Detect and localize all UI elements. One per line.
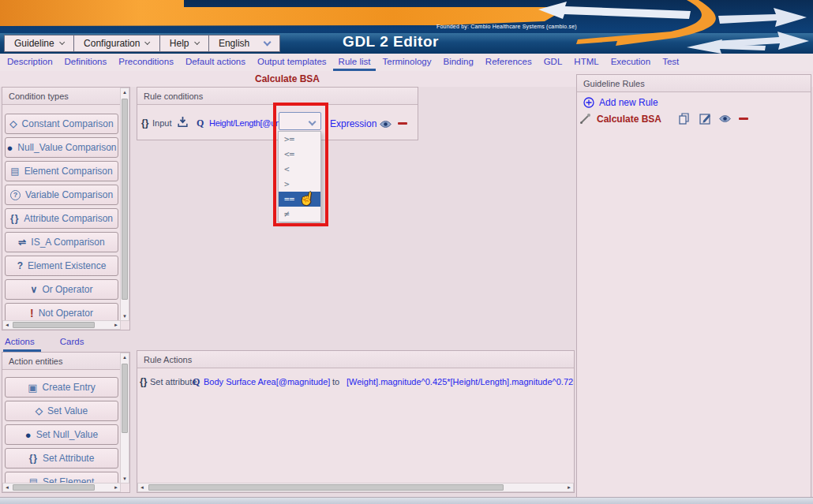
minus-icon — [739, 118, 748, 120]
or-operator-button[interactable]: Or Operator — [5, 279, 118, 300]
rule-name[interactable]: Calculate BSA — [597, 114, 661, 125]
tab-gdl[interactable]: GDL — [538, 54, 568, 69]
isa-comparison-button[interactable]: IS_A Comparison — [5, 232, 118, 252]
chevron-down-icon — [144, 39, 151, 46]
import-download-icon[interactable] — [177, 116, 189, 128]
braces-icon — [29, 454, 38, 463]
scroll-down-arrow[interactable]: ▼ — [121, 312, 129, 320]
guideline-rules-panel: Guideline Rules Add new Rule Calculate B… — [576, 74, 811, 498]
tab-actions[interactable]: Actions — [3, 335, 41, 352]
chevron-down-icon — [263, 38, 271, 46]
expression-link[interactable]: Expression — [330, 118, 377, 129]
scroll-left-arrow[interactable]: ◄ — [138, 483, 146, 491]
scroll-down-arrow[interactable]: ▼ — [121, 475, 129, 483]
lookup-icon[interactable]: Q — [197, 118, 204, 129]
braces-icon: {} — [140, 376, 147, 387]
scroll-thumb[interactable] — [122, 99, 128, 300]
scroll-thumb[interactable] — [13, 484, 95, 491]
action-attribute-link[interactable]: Body Surface Area[@magnitude] — [204, 377, 330, 386]
vertical-scrollbar[interactable]: ▲ ▼ — [120, 353, 129, 483]
scroll-right-arrow[interactable]: ► — [565, 483, 573, 491]
document-icon — [10, 166, 19, 176]
lookup-icon[interactable]: Q — [193, 376, 200, 388]
chevron-down-icon — [193, 39, 200, 46]
tab-output-templates[interactable]: Output templates — [252, 54, 332, 69]
action-expression-link[interactable]: [Weight].magnitude^0.425*[Height/Length]… — [347, 377, 575, 386]
circle-icon — [25, 430, 32, 440]
diamond-icon — [9, 119, 17, 129]
tab-default-actions[interactable]: Default actions — [180, 54, 251, 69]
tab-terminology[interactable]: Terminology — [377, 54, 436, 69]
edit-rule-button[interactable] — [699, 113, 711, 125]
set-null-value-button[interactable]: Set Null_Value — [5, 424, 118, 445]
tab-test[interactable]: Test — [657, 54, 684, 69]
language-select[interactable]: English — [209, 35, 280, 52]
condition-element-link[interactable]: Height/Length[@unit] — [209, 118, 287, 128]
add-new-rule-button[interactable]: Add new Rule — [583, 97, 658, 108]
remove-rule-button[interactable] — [739, 118, 748, 120]
condition-type-label: Input — [152, 118, 171, 128]
scroll-up-arrow[interactable]: ▲ — [121, 88, 129, 96]
scroll-thumb[interactable] — [13, 322, 95, 328]
guideline-rules-header: Guideline Rules — [577, 75, 811, 92]
chevron-down-icon — [31, 285, 38, 294]
mouse-cursor-hand: ☝ — [298, 190, 316, 207]
tab-definitions[interactable]: Definitions — [59, 54, 113, 69]
menu-configuration[interactable]: Configuration — [74, 35, 160, 52]
scroll-up-arrow[interactable]: ▲ — [121, 353, 129, 361]
button-label: Variable Comparison — [25, 189, 113, 200]
tab-preconditions[interactable]: Preconditions — [113, 54, 179, 69]
attribute-comparison-button[interactable]: Attribute Comparison — [5, 208, 118, 229]
action-entities-panel: Action entities Create Entry Set Value S… — [2, 352, 130, 493]
condition-types-panel: Condition types Constant Comparison Null… — [2, 87, 130, 330]
element-existence-button[interactable]: Element Existence — [5, 256, 118, 276]
null-value-comparison-button[interactable]: Null_Value Comparison — [5, 137, 118, 158]
scroll-left-arrow[interactable]: ◄ — [3, 321, 11, 329]
set-attribute-button[interactable]: Set Attribute — [5, 448, 118, 469]
vertical-scrollbar[interactable]: ▲ ▼ — [120, 88, 129, 321]
copy-rule-button[interactable] — [679, 113, 690, 125]
horizontal-scrollbar[interactable]: ◄ ► — [2, 483, 121, 492]
set-value-button[interactable]: Set Value — [5, 401, 118, 421]
tab-description[interactable]: Description — [2, 54, 58, 69]
horizontal-scrollbar[interactable]: ◄ ► — [137, 483, 574, 492]
language-select-value: English — [219, 38, 249, 49]
tab-cards[interactable]: Cards — [58, 335, 91, 352]
scroll-right-arrow[interactable]: ► — [112, 483, 120, 491]
variable-comparison-button[interactable]: Variable Comparison — [5, 185, 118, 205]
horizontal-scrollbar[interactable]: ◄ ► — [2, 320, 121, 330]
eye-icon[interactable] — [379, 120, 392, 129]
scroll-thumb[interactable] — [148, 484, 504, 491]
exclamation-icon — [30, 308, 34, 319]
create-entry-button[interactable]: Create Entry — [5, 377, 118, 398]
scroll-left-arrow[interactable]: ◄ — [3, 483, 11, 491]
guideline-rule-row: Calculate BSA — [579, 113, 748, 125]
wand-icon — [579, 113, 591, 125]
button-label: Set Value — [47, 405, 88, 416]
app-title: GDL 2 Editor — [284, 33, 497, 50]
equals-icon — [18, 237, 26, 247]
element-comparison-button[interactable]: Element Comparison — [5, 161, 118, 181]
founded-by-text: Founded by: Cambio Healthcare Systems (c… — [436, 24, 577, 29]
tab-html[interactable]: HTML — [568, 54, 604, 69]
operator-dropdown-list: >= <= < > == ≠ — [278, 131, 321, 222]
tab-execution[interactable]: Execution — [605, 54, 657, 69]
scroll-right-arrow[interactable]: ► — [112, 321, 120, 329]
menu-guideline[interactable]: Guideline — [4, 35, 74, 52]
scroll-thumb[interactable] — [122, 364, 128, 433]
remove-condition-button[interactable] — [398, 122, 407, 125]
button-label: Set Null_Value — [36, 429, 99, 440]
tab-references[interactable]: References — [480, 54, 538, 69]
operator-option[interactable]: <= — [279, 147, 320, 162]
menu-help[interactable]: Help — [160, 35, 209, 52]
constant-comparison-button[interactable]: Constant Comparison — [5, 114, 118, 134]
view-rule-button[interactable] — [718, 114, 732, 123]
action-entities-header: Action entities — [2, 353, 129, 370]
tab-rule-list[interactable]: Rule list — [333, 54, 377, 71]
tab-binding[interactable]: Binding — [437, 54, 478, 69]
operator-select[interactable] — [279, 112, 321, 130]
operator-option[interactable]: >= — [279, 132, 320, 147]
button-label: IS_A Comparison — [31, 237, 104, 248]
operator-option[interactable]: ≠ — [279, 207, 320, 222]
operator-option[interactable]: < — [279, 162, 320, 177]
